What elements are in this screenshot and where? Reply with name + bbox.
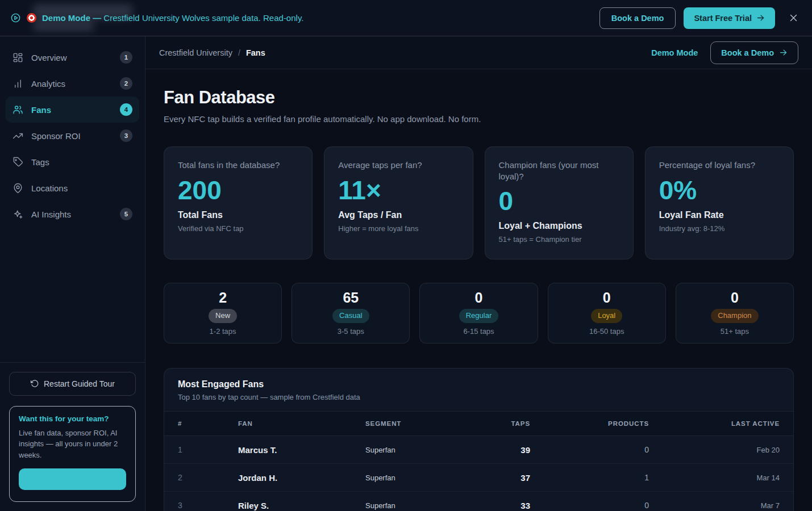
stat-note: Higher = more loyal fans — [338, 224, 459, 233]
demo-mode-indicator: Demo Mode — [651, 48, 698, 57]
table-row[interactable]: 1 Marcus T. Superfan 39 0 Feb 20 — [164, 436, 793, 464]
stat-card-champion-fans: Champion fans (your most loyal)? 0 Loyal… — [485, 146, 634, 259]
sidebar: Overview 1 Analytics 2 Fans 4 Sponsor RO… — [0, 36, 145, 511]
breadcrumb-org[interactable]: Crestfield University — [159, 48, 232, 57]
cell-taps: 37 — [496, 473, 530, 483]
restart-tour-label: Restart Guided Tour — [44, 379, 115, 388]
column-header-taps: TAPS — [496, 420, 530, 427]
stat-value: 200 — [178, 177, 298, 204]
nav-badge: 1 — [120, 51, 132, 64]
stat-card-total-fans: Total fans in the database? 200 Total Fa… — [164, 146, 313, 259]
start-free-trial-button[interactable]: Start Free Trial — [684, 7, 775, 29]
nav-badge: 2 — [120, 77, 132, 90]
sidebar-item-overview[interactable]: Overview 1 — [6, 44, 139, 70]
stat-question: Total fans in the database? — [178, 160, 298, 171]
promo-body: Live fan data, sponsor ROI, AI insights … — [19, 428, 126, 461]
dashboard-icon — [13, 52, 23, 63]
segment-badge: Loyal — [591, 309, 622, 323]
nav-badge: 5 — [120, 208, 132, 220]
segment-count: 0 — [731, 291, 739, 305]
sidebar-item-label: Locations — [31, 183, 132, 193]
cell-products: 1 — [530, 473, 649, 482]
segment-badge: New — [209, 309, 237, 323]
demo-banner: Demo Mode — Crestfield University Wolves… — [0, 0, 812, 36]
cell-rank: 2 — [178, 473, 238, 482]
cell-segment: Superfan — [365, 501, 496, 510]
target-icon — [27, 13, 36, 23]
page-subtitle: Every NFC tap builds a verified fan prof… — [164, 114, 794, 124]
segment-range: 6-15 taps — [463, 327, 494, 336]
sidebar-item-analytics[interactable]: Analytics 2 — [6, 70, 139, 97]
table-title: Most Engaged Fans — [178, 379, 780, 389]
users-icon — [13, 104, 23, 115]
book-a-demo-button[interactable]: Book a Demo — [599, 7, 676, 29]
stat-note: Industry avg: 8-12% — [659, 224, 780, 233]
segment-card-new: 2 New 1-2 taps — [164, 283, 282, 344]
arrow-right-icon — [779, 48, 788, 57]
segment-range: 16-50 taps — [589, 327, 624, 336]
stat-value: 0% — [659, 177, 780, 204]
stats-row: Total fans in the database? 200 Total Fa… — [164, 146, 794, 259]
table-row[interactable]: 3 Riley S. Superfan 33 0 Mar 7 — [164, 492, 793, 511]
sidebar-item-tags[interactable]: Tags — [6, 149, 139, 175]
cell-rank: 3 — [178, 501, 238, 510]
cell-rank: 1 — [178, 445, 238, 454]
sidebar-item-locations[interactable]: Locations — [6, 175, 139, 201]
breadcrumb-current: Fans — [246, 48, 265, 57]
segments-row: 2 New 1-2 taps 65 Casual 3-5 taps 0 Regu… — [164, 283, 794, 344]
cell-last-active: Mar 14 — [649, 474, 780, 482]
stat-note: 51+ taps = Champion tier — [499, 235, 619, 244]
nav-badge: 3 — [120, 129, 132, 142]
main-content: Crestfield University / Fans Demo Mode B… — [145, 36, 812, 511]
segment-card-regular: 0 Regular 6-15 taps — [419, 283, 538, 344]
header-book-demo-button[interactable]: Book a Demo — [710, 41, 798, 64]
breadcrumb: Crestfield University / Fans — [159, 48, 265, 57]
demo-mode-label: Demo Mode — — [42, 13, 101, 23]
team-promo-card: Want this for your team? Live fan data, … — [9, 406, 136, 502]
stat-label: Avg Taps / Fan — [338, 210, 459, 220]
segment-card-casual: 65 Casual 3-5 taps — [292, 283, 410, 344]
sidebar-item-label: Fans — [31, 105, 112, 115]
cell-segment: Superfan — [365, 446, 496, 454]
column-header-last-active: LAST ACTIVE — [649, 420, 780, 427]
start-free-trial-label: Start Free Trial — [694, 14, 752, 23]
rotate-ccw-icon — [30, 379, 39, 388]
nav-badge: 4 — [120, 103, 132, 116]
cell-taps: 33 — [496, 501, 530, 510]
cell-last-active: Feb 20 — [649, 446, 780, 454]
play-circle-icon — [10, 12, 21, 23]
tag-icon — [13, 157, 23, 167]
cell-last-active: Mar 7 — [649, 501, 780, 510]
column-header-products: PRODUCTS — [530, 420, 649, 427]
column-header-segment: SEGMENT — [365, 420, 496, 427]
sidebar-item-sponsor-roi[interactable]: Sponsor ROI 3 — [6, 123, 139, 149]
column-header-rank: # — [178, 420, 238, 427]
table-row[interactable]: 2 Jordan H. Superfan 37 1 Mar 14 — [164, 464, 793, 492]
segment-count: 2 — [219, 291, 227, 305]
promo-cta-button[interactable] — [19, 468, 126, 490]
segment-badge: Champion — [711, 309, 758, 323]
sidebar-item-fans[interactable]: Fans 4 — [6, 97, 139, 123]
sidebar-item-label: AI Insights — [31, 210, 112, 219]
segment-range: 3-5 taps — [338, 327, 364, 336]
sidebar-item-label: Analytics — [31, 79, 112, 89]
stat-card-avg-taps: Average taps per fan? 11× Avg Taps / Fan… — [324, 146, 473, 259]
stat-label: Loyal Fan Rate — [659, 210, 780, 220]
segment-count: 65 — [343, 291, 359, 305]
stat-question: Average taps per fan? — [338, 160, 459, 171]
restart-guided-tour-button[interactable]: Restart Guided Tour — [9, 372, 136, 396]
cell-segment: Superfan — [365, 474, 496, 482]
bar-chart-icon — [13, 78, 23, 89]
sidebar-item-ai-insights[interactable]: AI Insights 5 — [6, 201, 139, 227]
table-subtitle: Top 10 fans by tap count — sample from C… — [178, 393, 780, 401]
segment-badge: Regular — [459, 309, 499, 323]
topbar: Crestfield University / Fans Demo Mode B… — [145, 36, 812, 69]
segment-card-champion: 0 Champion 51+ taps — [676, 283, 794, 344]
page-title: Fan Database — [164, 87, 794, 108]
stat-label: Loyal + Champions — [499, 221, 619, 231]
table-header-row: # FAN SEGMENT TAPS PRODUCTS LAST ACTIVE — [164, 411, 793, 436]
close-icon[interactable] — [785, 10, 802, 26]
stat-label: Total Fans — [178, 210, 298, 220]
segment-count: 0 — [603, 291, 611, 305]
promo-title: Want this for your team? — [19, 414, 126, 423]
